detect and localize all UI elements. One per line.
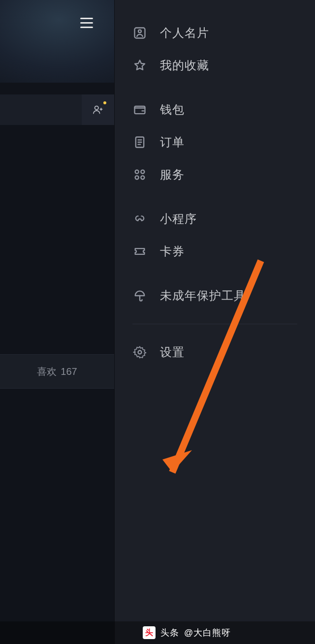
svg-point-8 <box>141 176 144 179</box>
menu-label: 订单 <box>160 134 185 150</box>
gear-icon <box>132 345 147 360</box>
orders-icon <box>132 135 147 150</box>
menu-icon[interactable] <box>77 13 96 32</box>
svg-point-2 <box>138 30 141 33</box>
umbrella-icon <box>132 288 147 303</box>
menu-orders[interactable]: 订单 <box>115 126 315 158</box>
profile-card-icon <box>132 26 147 40</box>
menu-wallet[interactable]: 钱包 <box>115 93 315 126</box>
services-icon <box>132 167 147 182</box>
person-add-icon <box>93 104 103 115</box>
add-friend-button[interactable] <box>82 94 114 125</box>
menu-favorites[interactable]: 我的收藏 <box>115 49 315 82</box>
menu-label: 个人名片 <box>160 25 209 41</box>
divider <box>132 324 297 324</box>
menu-label: 服务 <box>160 167 185 183</box>
star-icon <box>132 58 147 73</box>
menu-profile-card[interactable]: 个人名片 <box>115 17 315 49</box>
footer-source: 头条 <box>160 627 179 639</box>
likes-tab[interactable]: 喜欢 167 <box>0 354 114 389</box>
side-drawer: 个人名片 我的收藏 钱包 订单 服务 小程序 卡 <box>114 0 315 644</box>
svg-point-6 <box>141 170 144 174</box>
mini-program-icon <box>132 212 147 226</box>
menu-coupons[interactable]: 卡券 <box>115 235 315 268</box>
svg-point-9 <box>138 351 142 354</box>
menu-label: 我的收藏 <box>160 58 209 73</box>
footer-author: @大白熊呀 <box>184 627 231 639</box>
menu-label: 未成年保护工具 <box>160 288 246 304</box>
svg-rect-3 <box>135 106 145 114</box>
menu-label: 钱包 <box>160 102 185 118</box>
menu-label: 卡券 <box>160 244 185 259</box>
wallet-icon <box>132 102 147 117</box>
menu-minor-protection[interactable]: 未成年保护工具 <box>115 279 315 312</box>
attribution-footer: 头 头条 @大白熊呀 <box>0 621 315 644</box>
ticket-icon <box>132 244 147 259</box>
profile-banner <box>0 0 114 83</box>
menu-mini-program[interactable]: 小程序 <box>115 203 315 235</box>
likes-count: 167 <box>61 366 77 377</box>
svg-point-7 <box>135 176 139 179</box>
menu-label: 小程序 <box>160 211 197 227</box>
svg-point-5 <box>135 170 139 174</box>
likes-label: 喜欢 <box>37 365 57 378</box>
notification-dot-icon <box>103 101 106 104</box>
menu-settings[interactable]: 设置 <box>115 336 315 368</box>
svg-point-0 <box>95 106 98 110</box>
tab-works[interactable] <box>0 94 82 125</box>
toutiao-logo-icon: 头 <box>143 626 156 639</box>
menu-label: 设置 <box>160 344 185 360</box>
menu-services[interactable]: 服务 <box>115 158 315 191</box>
tab-bar <box>0 94 114 125</box>
